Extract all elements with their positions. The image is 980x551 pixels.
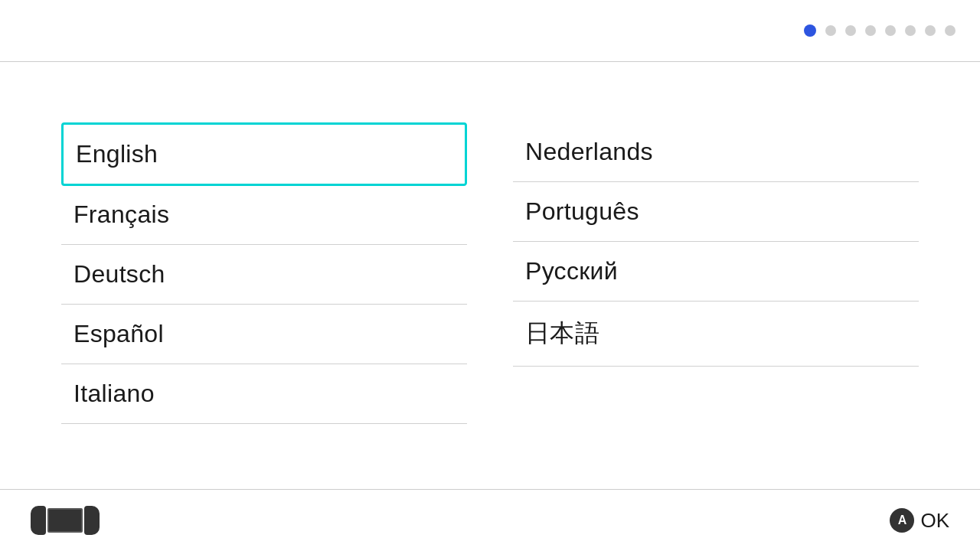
language-item-portugues[interactable]: Português — [513, 182, 919, 242]
language-label-francais: Français — [74, 201, 169, 229]
progress-dot-7 — [925, 25, 936, 36]
progress-dot-2 — [825, 25, 836, 36]
progress-dot-4 — [865, 25, 876, 36]
progress-dot-8 — [945, 25, 956, 36]
ok-label: OK — [920, 509, 949, 533]
top-bar — [0, 0, 980, 61]
progress-dot-1 — [804, 24, 816, 37]
switch-screen — [47, 508, 83, 533]
top-divider — [0, 61, 980, 62]
switch-right-joycon — [84, 506, 100, 535]
language-label-english: English — [76, 140, 158, 168]
language-item-japanese[interactable]: 日本語 — [513, 302, 919, 367]
switch-left-joycon — [31, 506, 46, 535]
progress-dot-5 — [885, 25, 896, 36]
progress-dots — [804, 24, 956, 37]
language-item-francais[interactable]: Français — [61, 185, 467, 245]
language-label-espanol: Español — [74, 320, 164, 348]
language-label-italiano: Italiano — [74, 380, 155, 408]
a-button-label: A — [898, 514, 907, 527]
progress-dot-6 — [905, 25, 916, 36]
ok-button[interactable]: A OK — [890, 508, 949, 533]
language-item-russian[interactable]: Русский — [513, 242, 919, 302]
language-label-nederlands: Nederlands — [525, 138, 653, 166]
language-item-espanol[interactable]: Español — [61, 305, 467, 364]
language-column-left: English Français Deutsch Español Italian… — [61, 122, 467, 424]
a-button-icon: A — [890, 508, 914, 533]
language-item-nederlands[interactable]: Nederlands — [513, 122, 919, 182]
language-label-russian: Русский — [525, 257, 618, 285]
language-label-japanese: 日本語 — [525, 317, 599, 350]
bottom-bar: A OK — [0, 490, 980, 551]
language-label-portugues: Português — [525, 197, 639, 226]
progress-dot-3 — [845, 25, 856, 36]
language-item-english[interactable]: English — [61, 122, 467, 186]
language-column-right: Nederlands Português Русский 日本語 — [513, 122, 919, 424]
switch-console-icon — [31, 506, 100, 535]
language-item-deutsch[interactable]: Deutsch — [61, 245, 467, 305]
language-selection-area: English Français Deutsch Español Italian… — [0, 77, 980, 490]
language-grid: English Français Deutsch Español Italian… — [61, 122, 919, 424]
language-label-deutsch: Deutsch — [74, 260, 165, 289]
switch-body — [31, 506, 100, 535]
language-item-italiano[interactable]: Italiano — [61, 364, 467, 424]
